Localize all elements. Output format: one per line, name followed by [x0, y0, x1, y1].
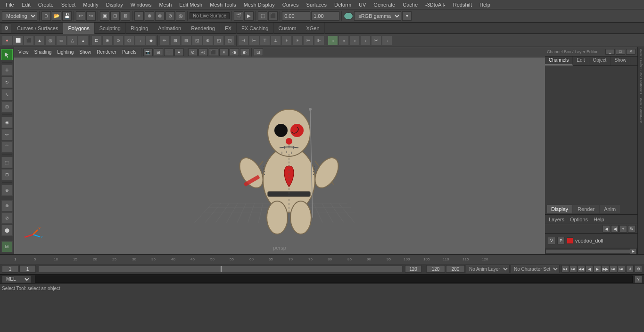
play-back-btn[interactable]: ◀ [586, 265, 593, 273]
edge-loop-icon[interactable]: ⬩ [360, 35, 371, 46]
cone-icon[interactable]: ▲ [34, 35, 45, 46]
inset-icon[interactable]: ⬨ [349, 35, 360, 46]
snap3-btn[interactable]: ⊗ [155, 11, 165, 21]
menu-file[interactable]: File [2, 1, 18, 8]
next-frame-btn[interactable]: ▶▶ [602, 265, 609, 273]
lighting-menu-btn[interactable]: Lighting [55, 49, 76, 55]
lasso-btn[interactable]: ⊡ [1, 169, 13, 180]
channel-box-tab-label[interactable]: Channel Box / Layer Editor [638, 47, 644, 96]
layer-v-btn[interactable]: V [548, 237, 555, 244]
bevel-icon[interactable]: ⬧ [339, 35, 349, 46]
attribute-editor-tab-label[interactable]: Attribute Editor [638, 96, 644, 125]
anim-layer-select[interactable]: No Anim Layer [466, 265, 510, 273]
range-start-input[interactable] [19, 265, 36, 273]
render-btn[interactable]: 🎬 [234, 11, 243, 21]
sculpt-btn[interactable]: ⌒ [1, 141, 13, 153]
layer-p-btn[interactable]: P [557, 237, 565, 244]
snap-btn[interactable]: ⊘ [1, 212, 13, 224]
menu-cache[interactable]: Cache [399, 1, 421, 8]
extrude-icon[interactable]: ⬦ [328, 35, 338, 46]
boolean-icon[interactable]: ⊟ [181, 35, 191, 46]
tab-animation[interactable]: Animation [153, 23, 186, 34]
soft-select-btn[interactable]: ◉ [1, 117, 13, 128]
tab-xgen[interactable]: XGen [301, 23, 324, 34]
color-icon[interactable] [344, 12, 353, 20]
channel-box-x-btn[interactable]: ✕ [626, 49, 636, 55]
tab-fx-caching[interactable]: FX Caching [237, 23, 273, 34]
step-back-btn[interactable]: ⏭ [570, 265, 577, 273]
panels-menu-btn[interactable]: Panels [120, 49, 139, 55]
extract-icon[interactable]: ⊨ [303, 35, 314, 46]
layer-arrow-down-btn[interactable]: ◀ [611, 225, 619, 233]
menu-mesh-display[interactable]: Mesh Display [240, 1, 279, 8]
pyramid-icon[interactable]: ▴ [78, 35, 88, 46]
tab-custom[interactable]: Custom [274, 23, 302, 34]
multi-icon[interactable]: ⊞ [170, 35, 181, 46]
last-tool-btn[interactable]: ⊗ [1, 200, 13, 211]
ao-btn[interactable]: ◐ [240, 49, 249, 56]
menu-3dtoall[interactable]: -3DtoAll- [421, 1, 449, 8]
isolate-btn[interactable]: ⊙ [188, 49, 198, 56]
layer-refresh-btn[interactable]: ↻ [628, 225, 636, 233]
fill-icon[interactable]: ⊤ [260, 35, 270, 46]
cube-icon[interactable]: ⬜ [13, 35, 23, 46]
grid-btn[interactable]: ⊞ [154, 49, 163, 56]
menu-generate[interactable]: Generate [370, 1, 399, 8]
menu-surfaces[interactable]: Surfaces [303, 1, 330, 8]
timeline-range-bar[interactable] [39, 266, 402, 272]
script-language-select[interactable]: MEL Python [2, 275, 31, 283]
current-frame-input[interactable] [2, 265, 18, 273]
renderer-menu-btn[interactable]: Renderer [94, 49, 119, 55]
channel-box-close-btn[interactable]: _ [605, 49, 615, 55]
helix-icon[interactable]: ⊗ [102, 35, 113, 46]
open-scene-btn[interactable]: 📂 [52, 11, 61, 21]
prism-icon[interactable]: △ [67, 35, 77, 46]
display-layer2-btn[interactable]: ⬛ [268, 11, 278, 21]
cylinder-icon[interactable]: ⬛ [24, 35, 34, 46]
tab-rigging[interactable]: Rigging [126, 23, 153, 34]
show-manipulator-btn[interactable]: ⊕ [1, 185, 13, 196]
help-btn[interactable]: ? [635, 275, 642, 283]
new-scene-btn[interactable]: 🗋 [41, 11, 51, 21]
char-set-select[interactable]: No Character Set [511, 265, 560, 273]
play-btn[interactable]: ▶ [594, 265, 601, 273]
marquee-btn[interactable]: ⬚ [1, 157, 13, 168]
menu-deform[interactable]: Deform [330, 1, 355, 8]
tab-fx[interactable]: FX [220, 23, 237, 34]
sphere-icon[interactable]: ● [2, 35, 12, 46]
cut-icon[interactable]: ✂ [371, 35, 381, 46]
select-tool-btn[interactable] [1, 49, 13, 60]
move-tool-btn[interactable]: ✛ [1, 65, 13, 76]
redo-btn[interactable]: ↪ [86, 11, 96, 21]
menu-edit-mesh[interactable]: Edit Mesh [175, 1, 206, 8]
soccer-icon[interactable]: ⊙ [113, 35, 124, 46]
snap5-btn[interactable]: ◎ [176, 11, 185, 21]
menu-display[interactable]: Display [102, 1, 127, 8]
step-fwd-btn[interactable]: ⏭ [610, 265, 617, 273]
snap1-btn[interactable]: ⌖ [134, 11, 144, 21]
tab-rendering[interactable]: Rendering [186, 23, 220, 34]
shadow-btn[interactable]: ◑ [230, 49, 239, 56]
light-btn[interactable]: ☀ [219, 49, 229, 56]
shading-btn[interactable]: ⬤ [1, 225, 13, 236]
tab-curves-surfaces[interactable]: Curves / Surfaces [12, 23, 63, 34]
menu-windows[interactable]: Windows [127, 1, 156, 8]
display-layer-btn[interactable]: ⬚ [258, 11, 267, 21]
command-input[interactable] [35, 275, 633, 283]
torus-icon[interactable]: ◎ [45, 35, 56, 46]
camera-btn[interactable]: 📷 [143, 49, 153, 56]
reduce-icon[interactable]: ◰ [214, 35, 224, 46]
xray-btn[interactable]: ◎ [198, 49, 208, 56]
menu-edit[interactable]: Edit [18, 1, 34, 8]
universal-tool-btn[interactable]: ⊞ [1, 101, 13, 113]
remesh-icon[interactable]: ⊕ [203, 35, 213, 46]
tab-sculpting[interactable]: Sculpting [95, 23, 126, 34]
display-tab[interactable]: Display [547, 205, 572, 213]
wireframe-btn[interactable]: ⬚ [164, 49, 173, 56]
paint-btn[interactable]: ✏ [1, 129, 13, 140]
color-settings-btn[interactable]: ▾ [402, 11, 412, 21]
menu-modify[interactable]: Modify [79, 1, 102, 8]
goto-end-btn[interactable]: ⏭ [618, 265, 625, 273]
value1-input[interactable] [282, 11, 310, 21]
layer-add-btn[interactable]: + [619, 225, 627, 233]
